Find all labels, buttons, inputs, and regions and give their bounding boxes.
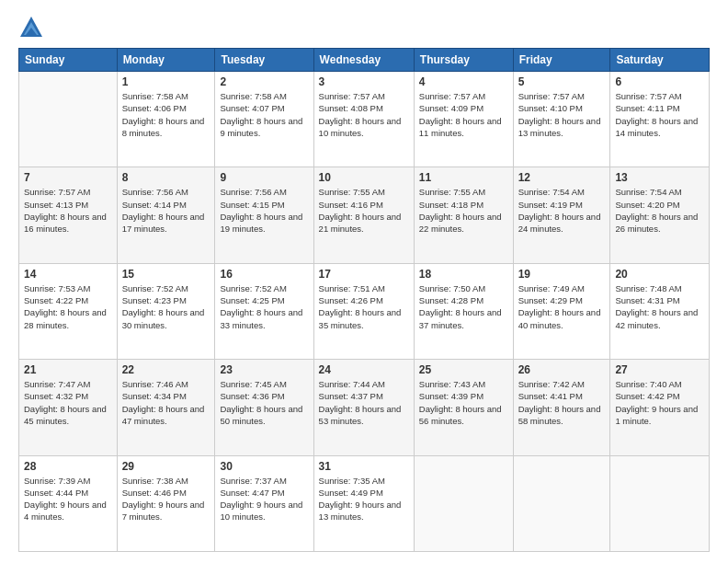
sunrise-text: Sunrise: 7:38 AM xyxy=(122,475,210,487)
calendar-day-cell: 13Sunrise: 7:54 AMSunset: 4:20 PMDayligh… xyxy=(610,167,710,263)
sunset-text: Sunset: 4:16 PM xyxy=(319,199,409,211)
daylight-text: Daylight: 8 hours and 47 minutes. xyxy=(122,403,210,428)
day-info: Sunrise: 7:54 AMSunset: 4:19 PMDaylight:… xyxy=(518,186,606,235)
sunrise-text: Sunrise: 7:48 AM xyxy=(615,282,704,294)
sunrise-text: Sunrise: 7:52 AM xyxy=(122,282,210,294)
daylight-text: Daylight: 8 hours and 50 minutes. xyxy=(220,403,308,428)
daylight-text: Daylight: 8 hours and 58 minutes. xyxy=(518,403,606,428)
sunset-text: Sunset: 4:26 PM xyxy=(319,294,409,306)
sunset-text: Sunset: 4:06 PM xyxy=(122,102,210,114)
sunrise-text: Sunrise: 7:54 AM xyxy=(615,186,704,198)
sunrise-text: Sunrise: 7:58 AM xyxy=(122,90,210,102)
weekday-header: Wednesday xyxy=(313,49,414,72)
day-info: Sunrise: 7:51 AMSunset: 4:26 PMDaylight:… xyxy=(319,282,409,331)
day-info: Sunrise: 7:55 AMSunset: 4:18 PMDaylight:… xyxy=(419,186,508,235)
day-info: Sunrise: 7:47 AMSunset: 4:32 PMDaylight:… xyxy=(24,378,112,427)
daylight-text: Daylight: 8 hours and 40 minutes. xyxy=(518,306,606,331)
weekday-header: Thursday xyxy=(414,49,513,72)
day-number: 24 xyxy=(319,363,409,376)
sunrise-text: Sunrise: 7:43 AM xyxy=(419,378,508,390)
day-info: Sunrise: 7:44 AMSunset: 4:37 PMDaylight:… xyxy=(319,378,409,427)
sunrise-text: Sunrise: 7:57 AM xyxy=(319,90,409,102)
calendar-day-cell xyxy=(19,72,118,167)
sunset-text: Sunset: 4:25 PM xyxy=(220,294,308,306)
daylight-text: Daylight: 8 hours and 17 minutes. xyxy=(122,211,210,236)
day-number: 1 xyxy=(122,75,210,88)
calendar-day-cell: 19Sunrise: 7:49 AMSunset: 4:29 PMDayligh… xyxy=(513,263,610,359)
daylight-text: Daylight: 8 hours and 42 minutes. xyxy=(615,306,704,331)
day-info: Sunrise: 7:49 AMSunset: 4:29 PMDaylight:… xyxy=(518,282,606,331)
sunset-text: Sunset: 4:08 PM xyxy=(319,102,409,114)
daylight-text: Daylight: 8 hours and 9 minutes. xyxy=(220,115,308,140)
weekday-header-row: SundayMondayTuesdayWednesdayThursdayFrid… xyxy=(19,49,710,72)
sunset-text: Sunset: 4:23 PM xyxy=(122,294,210,306)
sunset-text: Sunset: 4:18 PM xyxy=(419,199,508,211)
sunrise-text: Sunrise: 7:49 AM xyxy=(518,282,606,294)
sunrise-text: Sunrise: 7:35 AM xyxy=(319,475,409,487)
sunrise-text: Sunrise: 7:52 AM xyxy=(220,282,308,294)
calendar-week-row: 7Sunrise: 7:57 AMSunset: 4:13 PMDaylight… xyxy=(19,167,710,263)
sunset-text: Sunset: 4:28 PM xyxy=(419,294,508,306)
day-info: Sunrise: 7:58 AMSunset: 4:07 PMDaylight:… xyxy=(220,90,308,139)
day-number: 28 xyxy=(24,460,112,473)
sunset-text: Sunset: 4:37 PM xyxy=(319,390,409,402)
sunrise-text: Sunrise: 7:39 AM xyxy=(24,475,112,487)
sunrise-text: Sunrise: 7:57 AM xyxy=(24,186,112,198)
day-info: Sunrise: 7:52 AMSunset: 4:25 PMDaylight:… xyxy=(220,282,308,331)
calendar-day-cell: 24Sunrise: 7:44 AMSunset: 4:37 PMDayligh… xyxy=(313,360,414,455)
sunrise-text: Sunrise: 7:57 AM xyxy=(419,90,508,102)
calendar-day-cell: 4Sunrise: 7:57 AMSunset: 4:09 PMDaylight… xyxy=(414,72,513,167)
sunrise-text: Sunrise: 7:57 AM xyxy=(615,90,704,102)
calendar-day-cell xyxy=(414,455,513,551)
day-number: 19 xyxy=(518,268,606,281)
calendar-day-cell: 11Sunrise: 7:55 AMSunset: 4:18 PMDayligh… xyxy=(414,167,513,263)
sunset-text: Sunset: 4:22 PM xyxy=(24,294,112,306)
daylight-text: Daylight: 8 hours and 10 minutes. xyxy=(319,115,409,140)
calendar-day-cell: 23Sunrise: 7:45 AMSunset: 4:36 PMDayligh… xyxy=(215,360,313,455)
sunset-text: Sunset: 4:19 PM xyxy=(518,199,606,211)
sunset-text: Sunset: 4:47 PM xyxy=(220,487,308,499)
sunrise-text: Sunrise: 7:42 AM xyxy=(518,378,606,390)
day-number: 11 xyxy=(419,171,508,184)
day-number: 6 xyxy=(615,75,704,88)
day-info: Sunrise: 7:57 AMSunset: 4:11 PMDaylight:… xyxy=(615,90,704,139)
calendar-day-cell: 12Sunrise: 7:54 AMSunset: 4:19 PMDayligh… xyxy=(513,167,610,263)
sunrise-text: Sunrise: 7:55 AM xyxy=(419,186,508,198)
day-number: 13 xyxy=(615,171,704,184)
sunset-text: Sunset: 4:32 PM xyxy=(24,390,112,402)
sunrise-text: Sunrise: 7:44 AM xyxy=(319,378,409,390)
calendar-day-cell: 2Sunrise: 7:58 AMSunset: 4:07 PMDaylight… xyxy=(215,72,313,167)
sunset-text: Sunset: 4:36 PM xyxy=(220,390,308,402)
day-number: 12 xyxy=(518,171,606,184)
daylight-text: Daylight: 9 hours and 13 minutes. xyxy=(319,499,409,523)
calendar-day-cell: 20Sunrise: 7:48 AMSunset: 4:31 PMDayligh… xyxy=(610,263,710,359)
calendar-day-cell: 10Sunrise: 7:55 AMSunset: 4:16 PMDayligh… xyxy=(313,167,414,263)
daylight-text: Daylight: 8 hours and 24 minutes. xyxy=(518,211,606,236)
day-info: Sunrise: 7:54 AMSunset: 4:20 PMDaylight:… xyxy=(615,186,704,235)
sunset-text: Sunset: 4:31 PM xyxy=(615,294,704,306)
calendar-table: SundayMondayTuesdayWednesdayThursdayFrid… xyxy=(18,48,710,552)
calendar-day-cell: 3Sunrise: 7:57 AMSunset: 4:08 PMDaylight… xyxy=(313,72,414,167)
day-number: 7 xyxy=(24,171,112,184)
daylight-text: Daylight: 8 hours and 16 minutes. xyxy=(24,211,112,236)
sunset-text: Sunset: 4:34 PM xyxy=(122,390,210,402)
calendar-day-cell: 16Sunrise: 7:52 AMSunset: 4:25 PMDayligh… xyxy=(215,263,313,359)
day-number: 20 xyxy=(615,268,704,281)
calendar-day-cell: 29Sunrise: 7:38 AMSunset: 4:46 PMDayligh… xyxy=(117,455,215,551)
calendar-day-cell: 28Sunrise: 7:39 AMSunset: 4:44 PMDayligh… xyxy=(19,455,118,551)
day-number: 21 xyxy=(24,363,112,376)
header xyxy=(18,15,710,40)
logo xyxy=(18,15,48,40)
sunrise-text: Sunrise: 7:54 AM xyxy=(518,186,606,198)
day-number: 22 xyxy=(122,363,210,376)
sunset-text: Sunset: 4:15 PM xyxy=(220,199,308,211)
sunrise-text: Sunrise: 7:53 AM xyxy=(24,282,112,294)
daylight-text: Daylight: 8 hours and 13 minutes. xyxy=(518,115,606,140)
sunset-text: Sunset: 4:10 PM xyxy=(518,102,606,114)
weekday-header: Saturday xyxy=(610,49,710,72)
calendar-day-cell: 1Sunrise: 7:58 AMSunset: 4:06 PMDaylight… xyxy=(117,72,215,167)
calendar-week-row: 28Sunrise: 7:39 AMSunset: 4:44 PMDayligh… xyxy=(19,455,710,551)
weekday-header: Friday xyxy=(513,49,610,72)
day-info: Sunrise: 7:46 AMSunset: 4:34 PMDaylight:… xyxy=(122,378,210,427)
day-info: Sunrise: 7:57 AMSunset: 4:09 PMDaylight:… xyxy=(419,90,508,139)
